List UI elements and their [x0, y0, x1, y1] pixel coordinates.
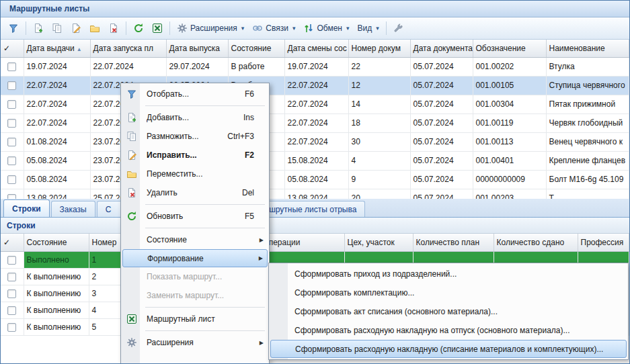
row-checkbox[interactable]: [7, 175, 16, 184]
cell[interactable]: 4: [348, 151, 410, 170]
cell[interactable]: 9: [348, 170, 410, 189]
column-header[interactable]: Цех, участок: [344, 234, 413, 251]
cell[interactable]: 05.07.2024: [410, 170, 473, 189]
cell[interactable]: 22.07.2024: [284, 113, 348, 132]
column-header[interactable]: Дата смены сос: [284, 40, 348, 57]
table-row[interactable]: 22.07.2024 22.07.2024 22.07.2024 14 05.0…: [1, 95, 629, 113]
row-checkbox[interactable]: [7, 81, 16, 90]
cell[interactable]: 22.07.2024: [284, 132, 348, 151]
menu-item[interactable]: Исправить... F2: [122, 146, 268, 165]
row-checkbox[interactable]: [7, 323, 16, 332]
cell[interactable]: 05.07.2024: [410, 57, 473, 76]
cell[interactable]: Т: [546, 189, 629, 199]
cell[interactable]: 22.07.2024: [284, 95, 348, 113]
cell[interactable]: 05.07.2024: [410, 189, 473, 199]
submenu-item[interactable]: Сформировать расходную накладную на отпу…: [270, 321, 627, 340]
customize-button[interactable]: [390, 20, 407, 36]
menu-item[interactable]: Обновить F5: [122, 207, 268, 226]
row-checkbox[interactable]: [7, 256, 16, 265]
table-row[interactable]: 05.08.2024 23.07.2024 15.08.2024 4 05.07…: [1, 151, 629, 170]
column-header[interactable]: Обозначение: [473, 40, 546, 57]
cell[interactable]: 22.07.2024: [24, 76, 90, 95]
filter-button[interactable]: [5, 20, 22, 36]
menu-item[interactable]: Добавить... Ins: [122, 108, 268, 127]
row-checkbox[interactable]: [7, 119, 16, 128]
row-checkbox[interactable]: [7, 100, 16, 109]
cell[interactable]: 14: [348, 95, 410, 113]
move-button[interactable]: [86, 20, 104, 36]
submenu-item[interactable]: Сформировать комплектацию...: [270, 283, 627, 302]
cell[interactable]: 001.00105: [473, 76, 546, 95]
column-header[interactable]: Состояние: [24, 234, 89, 251]
menu-item[interactable]: Отобрать... F6: [122, 85, 268, 103]
cell[interactable]: 22.07.2024: [284, 76, 348, 95]
cell[interactable]: 001.00119: [473, 113, 546, 132]
menu-item[interactable]: Размножить... Ctrl+F3: [122, 127, 268, 146]
cell[interactable]: Ступица червячного: [546, 76, 629, 95]
column-header[interactable]: Дата документа: [410, 40, 473, 57]
column-header[interactable]: Профессия: [578, 234, 629, 251]
row-checkbox[interactable]: [7, 273, 16, 281]
column-header[interactable]: ✓: [1, 234, 24, 251]
row-checkbox[interactable]: [7, 306, 16, 315]
cell[interactable]: 01.08.2024: [24, 132, 90, 151]
column-header[interactable]: ✓: [1, 40, 24, 57]
cell[interactable]: Венец червячного к: [546, 132, 629, 151]
table-row[interactable]: 19.07.2024 22.07.2024 29.07.2024 В работ…: [1, 57, 629, 76]
cell[interactable]: 22.07.2024: [24, 95, 90, 113]
cell[interactable]: 05.08.2024: [24, 151, 90, 170]
row-checkbox[interactable]: [7, 289, 16, 298]
menu-item[interactable]: Переместить...: [122, 165, 268, 183]
cell[interactable]: К выполнению: [24, 285, 89, 302]
submenu-item[interactable]: Сформировать расходную накладную (списан…: [270, 340, 627, 358]
cell[interactable]: 22.07.2024: [24, 113, 90, 132]
cell[interactable]: 30: [348, 132, 410, 151]
excel-button[interactable]: [149, 20, 166, 36]
cell[interactable]: 00000000009: [473, 170, 546, 189]
add-button[interactable]: [30, 20, 47, 36]
cell[interactable]: 19.07.2024: [284, 57, 348, 76]
column-header[interactable]: Количество план: [413, 234, 494, 251]
copy-button[interactable]: [48, 20, 66, 36]
column-header[interactable]: Количество сдано: [494, 234, 578, 251]
table-row[interactable]: 22.07.2024 22.07.2024 26.07.2024 В работ…: [1, 76, 629, 95]
column-header[interactable]: Дата выдачи▲: [24, 40, 90, 57]
refresh-button[interactable]: [130, 20, 147, 36]
cell[interactable]: 18: [348, 113, 410, 132]
exchange-button[interactable]: Обмен: [300, 20, 352, 36]
links-button[interactable]: Связи: [249, 20, 299, 36]
cell[interactable]: 001.00203: [473, 189, 546, 199]
submenu-item[interactable]: Сформировать акт списания (основного мат…: [270, 302, 627, 321]
tab-orders[interactable]: Заказы: [51, 201, 95, 217]
tab-lines[interactable]: Строки: [3, 199, 50, 217]
menu-item[interactable]: Маршрутный лист: [122, 310, 268, 328]
cell[interactable]: 001.00304: [473, 95, 546, 113]
cell[interactable]: 12: [348, 76, 410, 95]
row-checkbox[interactable]: [7, 62, 16, 71]
column-header[interactable]: Номер докум: [348, 40, 410, 57]
edit-button[interactable]: [67, 20, 85, 36]
delete-button[interactable]: [105, 20, 122, 36]
cell[interactable]: К выполнению: [24, 268, 89, 285]
cell[interactable]: 001.00113: [473, 132, 546, 151]
extensions-button[interactable]: Расширения: [173, 20, 247, 36]
column-header[interactable]: Дата выпуска: [166, 40, 228, 57]
cell[interactable]: Выполнено: [24, 251, 89, 268]
cell[interactable]: Крепление фланцев: [546, 151, 629, 170]
submenu-item[interactable]: Сформировать приход из подразделений...: [270, 265, 627, 283]
cell[interactable]: 22.07.2024: [90, 57, 166, 76]
cell[interactable]: 05.07.2024: [410, 132, 473, 151]
cell[interactable]: 15.08.2024: [284, 151, 348, 170]
cell[interactable]: 05.07.2024: [410, 76, 473, 95]
cell[interactable]: Втулка: [546, 57, 629, 76]
column-header[interactable]: Состояние: [228, 40, 284, 57]
cell[interactable]: 05.07.2024: [410, 113, 473, 132]
row-checkbox[interactable]: [7, 194, 16, 199]
row-checkbox[interactable]: [7, 156, 16, 165]
cell[interactable]: К выполнению: [24, 302, 89, 318]
cell[interactable]: 001.00202: [473, 57, 546, 76]
cell[interactable]: 05.07.2024: [410, 95, 473, 113]
menu-item[interactable]: Состояние ▶: [122, 230, 268, 249]
view-button[interactable]: Вид: [354, 20, 383, 36]
table-row[interactable]: 13.08.2024 25.07.2024 13.08.2024 20 05.0…: [1, 189, 629, 199]
